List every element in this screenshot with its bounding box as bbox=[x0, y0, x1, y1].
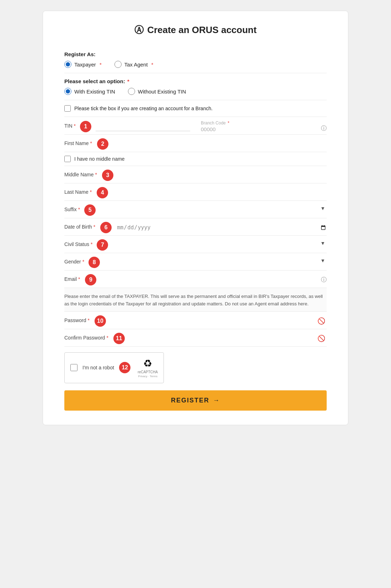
taxpayer-radio[interactable] bbox=[64, 61, 71, 68]
last-name-label: Last Name * bbox=[64, 189, 92, 195]
branch-code-placeholder: 00000 bbox=[201, 126, 318, 132]
suffix-label: Suffix * bbox=[64, 207, 80, 212]
middle-name-step-badge: 3 bbox=[102, 170, 113, 181]
tax-agent-required: * bbox=[151, 62, 154, 68]
no-middle-name-checkbox[interactable] bbox=[64, 156, 71, 162]
registration-form: Ⓐ Create an ORUS account Register As: Ta… bbox=[43, 11, 348, 425]
no-middle-name-label: I have no middle name bbox=[74, 156, 125, 162]
page-title: Ⓐ Create an ORUS account bbox=[64, 24, 327, 36]
captcha-checkbox[interactable] bbox=[70, 364, 77, 371]
suffix-select[interactable]: Jr. Sr. II III IV bbox=[101, 205, 119, 215]
civil-status-row: Civil Status * 7 Single Married Widowed … bbox=[64, 236, 327, 253]
tin-input[interactable] bbox=[96, 122, 190, 131]
first-name-input[interactable] bbox=[113, 140, 327, 149]
without-tin-label: Without Existing TIN bbox=[138, 89, 186, 95]
gender-select[interactable]: Male Female bbox=[105, 258, 134, 267]
dob-step-badge: 6 bbox=[100, 222, 112, 233]
dob-input[interactable] bbox=[117, 224, 327, 231]
tax-agent-label: Tax Agent bbox=[124, 62, 148, 68]
email-row: Email * 9 ⓘ bbox=[64, 271, 327, 288]
suffix-chevron-icon: ▼ bbox=[320, 205, 325, 211]
tin-field-group: TIN * 1 bbox=[64, 121, 190, 132]
last-name-step-badge: 4 bbox=[97, 187, 108, 198]
recaptcha-sub: Privacy · Terms bbox=[138, 375, 157, 378]
tin-step-badge: 1 bbox=[80, 121, 91, 132]
gender-label: Gender * bbox=[64, 259, 84, 264]
branch-checkbox-row: Please tick the box if you are creating … bbox=[64, 100, 327, 117]
last-name-row: Last Name * 4 bbox=[64, 183, 327, 201]
captcha-step-badge: 12 bbox=[119, 362, 130, 373]
password-label: Password * bbox=[64, 317, 90, 323]
email-help-icon[interactable]: ⓘ bbox=[321, 276, 327, 284]
captcha-label: I'm not a robot bbox=[82, 365, 114, 370]
recaptcha-logo: ♻ reCAPTCHA Privacy · Terms bbox=[138, 358, 158, 378]
confirm-password-row: Confirm Password * 11 🚫 bbox=[64, 329, 327, 347]
email-step-badge: 9 bbox=[85, 274, 96, 285]
tax-agent-radio-option[interactable]: Tax Agent * bbox=[114, 61, 154, 68]
no-middle-name-row: I have no middle name bbox=[64, 152, 327, 166]
password-input[interactable] bbox=[111, 318, 327, 324]
with-tin-label: With Existing TIN bbox=[74, 89, 115, 95]
register-as-label: Register As: bbox=[64, 51, 327, 57]
middle-name-input[interactable] bbox=[118, 171, 327, 180]
password-row: Password * 10 🚫 bbox=[64, 312, 327, 329]
gender-chevron-icon: ▼ bbox=[320, 258, 325, 263]
without-tin-radio-option[interactable]: Without Existing TIN bbox=[128, 88, 186, 95]
branch-code-help-icon[interactable]: ⓘ bbox=[321, 125, 327, 132]
select-option-label: Please select an option: * bbox=[64, 78, 327, 84]
first-name-label: First Name * bbox=[64, 140, 92, 146]
taxpayer-required: * bbox=[100, 62, 102, 68]
register-button-label: REGISTER bbox=[171, 397, 209, 404]
confirm-password-label: Confirm Password * bbox=[64, 335, 108, 341]
gender-step-badge: 8 bbox=[89, 257, 100, 268]
civil-status-step-badge: 7 bbox=[97, 239, 108, 251]
suffix-step-badge: 5 bbox=[84, 204, 96, 216]
register-button[interactable]: REGISTER → bbox=[64, 390, 327, 411]
taxpayer-label: Taxpayer bbox=[74, 62, 96, 68]
last-name-input[interactable] bbox=[113, 188, 327, 197]
tin-option-radio-group: With Existing TIN Without Existing TIN bbox=[64, 88, 327, 95]
dob-label: Date of Birth * bbox=[64, 224, 95, 230]
dob-row: Date of Birth * 6 bbox=[64, 218, 327, 236]
select-option-required: * bbox=[127, 78, 129, 84]
civil-status-select[interactable]: Single Married Widowed Separated bbox=[113, 240, 149, 250]
confirm-password-toggle-icon[interactable]: 🚫 bbox=[317, 335, 325, 342]
select-option-section: Please select an option: * With Existing… bbox=[64, 73, 327, 100]
email-input[interactable] bbox=[101, 276, 316, 284]
without-tin-radio[interactable] bbox=[128, 88, 135, 95]
register-as-radio-group: Taxpayer * Tax Agent * bbox=[64, 61, 327, 68]
middle-name-label: Middle Name * bbox=[64, 172, 97, 177]
suffix-row: Suffix * 5 Jr. Sr. II III IV ▼ bbox=[64, 201, 327, 218]
branch-code-field-group: Branch Code * 00000 ⓘ bbox=[201, 121, 327, 132]
branch-checkbox-label: Please tick the box if you are creating … bbox=[74, 106, 213, 111]
civil-status-label: Civil Status * bbox=[64, 241, 92, 247]
password-step-badge: 10 bbox=[95, 315, 106, 327]
with-tin-radio[interactable] bbox=[64, 88, 71, 95]
middle-name-row: Middle Name * 3 bbox=[64, 166, 327, 183]
taxpayer-radio-option[interactable]: Taxpayer * bbox=[64, 61, 102, 68]
email-label: Email * bbox=[64, 276, 80, 282]
first-name-row: First Name * 2 bbox=[64, 135, 327, 152]
email-info-box: Please enter the email of the TAXPAYER. … bbox=[64, 288, 327, 312]
confirm-password-input[interactable] bbox=[130, 335, 327, 341]
register-as-section: Register As: Taxpayer * Tax Agent * bbox=[64, 46, 327, 73]
register-button-arrow: → bbox=[213, 397, 220, 404]
branch-checkbox[interactable] bbox=[64, 105, 71, 112]
confirm-password-step-badge: 11 bbox=[113, 333, 125, 344]
civil-status-chevron-icon: ▼ bbox=[320, 240, 325, 246]
person-icon: Ⓐ bbox=[134, 24, 144, 36]
first-name-step-badge: 2 bbox=[97, 138, 108, 150]
branch-code-label: Branch Code * bbox=[201, 121, 318, 125]
captcha-box[interactable]: I'm not a robot 12 ♻ reCAPTCHA Privacy ·… bbox=[64, 352, 164, 383]
gender-row: Gender * 8 Male Female ▼ bbox=[64, 253, 327, 271]
with-tin-radio-option[interactable]: With Existing TIN bbox=[64, 88, 115, 95]
tin-branch-row: TIN * 1 Branch Code * 00000 ⓘ bbox=[64, 117, 327, 135]
tin-label: TIN * bbox=[64, 123, 76, 129]
recaptcha-brand: reCAPTCHA bbox=[138, 370, 158, 374]
recaptcha-icon: ♻ bbox=[143, 358, 152, 369]
password-toggle-icon[interactable]: 🚫 bbox=[317, 317, 325, 325]
email-info-text: Please enter the email of the TAXPAYER. … bbox=[64, 294, 323, 306]
tax-agent-radio[interactable] bbox=[114, 61, 122, 68]
